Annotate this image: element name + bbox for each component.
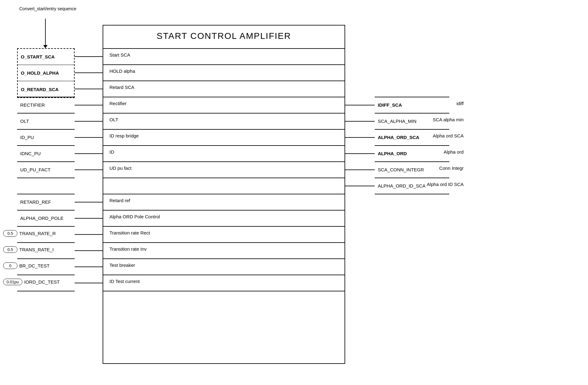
connector-9 — [75, 202, 103, 202]
inner-retard-ref: Retard ref — [109, 198, 130, 203]
connector-6 — [75, 153, 103, 154]
inner-sep-1 — [103, 64, 345, 65]
inner-sep-2 — [103, 81, 345, 81]
inner-sep-14 — [103, 275, 345, 275]
label-sca-conn-integr: SCA_CONN_INTEGR — [375, 161, 462, 178]
arrow-head — [43, 45, 48, 48]
label-trans-rate-i: TRANS_RATE_I — [19, 247, 54, 252]
output-sca-conn-integr-text: SCA_CONN_INTEGR — [378, 167, 424, 172]
inner-hold-alpha: HOLD alpha — [109, 68, 135, 74]
connector-11 — [75, 234, 103, 235]
row-trans-rate-r: 0.5 TRANS_RATE_R — [3, 230, 56, 237]
oval-trans-rate-i: 0.5 — [3, 246, 17, 253]
connector-4 — [75, 121, 103, 122]
connector-1 — [75, 72, 103, 73]
inner-start-sca: Start SCA — [109, 52, 130, 58]
output-alpha-ord-id-sca-text: ALPHA_ORD_ID_SCA — [378, 183, 425, 188]
rconnector-0 — [345, 105, 375, 105]
inner-sep-11 — [103, 226, 345, 227]
output-sca-alpha-min-text: SCA_ALPHA_MIN — [378, 118, 416, 124]
connector-7 — [75, 169, 103, 170]
connector-5 — [75, 137, 103, 138]
label-alpha-ord-pole: ALPHA_ORD_POLE — [17, 210, 75, 226]
connector-2 — [75, 89, 103, 89]
inner-br-dc-test: Test breaker — [109, 262, 135, 268]
inner-sep-0-top — [103, 48, 345, 49]
rconnector-1 — [345, 121, 375, 122]
label-o-hold-alpha: O_HOLD_ALPHA — [18, 65, 74, 81]
arrow-shaft — [45, 19, 46, 46]
label-idnc-pu: IDNC_PU — [17, 145, 75, 161]
sep-transrater-top — [17, 226, 75, 227]
label-rectifier: RECTIFIER — [17, 97, 75, 113]
label-alpha-ord: ALPHA_ORD — [375, 145, 462, 161]
inner-retard-sca: Retard SCA — [109, 85, 134, 90]
connector-3 — [75, 105, 103, 105]
sep-transratei-top — [17, 242, 75, 243]
inner-rectifier: Rectifier — [109, 101, 127, 106]
inner-sep-13 — [103, 258, 345, 259]
rconnector-3 — [345, 153, 375, 154]
rsep-5-bottom — [375, 194, 449, 194]
output-alpha-ord-text: ALPHA_ORD — [378, 151, 407, 156]
oval-br-dc-test: 0 — [3, 262, 17, 269]
inner-id-resp-bridge: ID resp bridge — [109, 133, 139, 138]
connector-12 — [75, 250, 103, 251]
connector-13 — [75, 267, 103, 267]
sep-udpufact-bottom — [17, 178, 75, 178]
row-br-dc-test: 0 BR_DC_TEST — [3, 262, 50, 269]
rconnector-5 — [345, 186, 375, 186]
row-trans-rate-i: 0.5 TRANS_RATE_I — [3, 246, 54, 253]
dashed-group: O_START_SCA O_HOLD_ALPHA O_RETARD_SCA — [17, 48, 75, 98]
inner-trans-rate-r: Transition rate Rect — [109, 230, 150, 235]
rconnector-4 — [345, 169, 375, 170]
sep-iorddctest-top — [17, 275, 75, 275]
output-alpha-ord-sca-text: ALPHA_ORD_SCA — [378, 135, 419, 140]
inner-sep-gap — [103, 178, 345, 178]
diagram-container: Convert_start/entry sequence START CONTR… — [0, 0, 588, 385]
rconnector-2 — [345, 137, 375, 138]
inner-sep-5 — [103, 129, 345, 130]
inner-sep-6 — [103, 145, 345, 146]
label-ud-pu-fact: UD_PU_FACT — [17, 161, 75, 178]
inner-sep-3 — [103, 97, 345, 97]
label-olt: OLT — [17, 113, 75, 129]
inner-id: ID — [109, 149, 114, 155]
inner-sep-4 — [103, 113, 345, 114]
label-trans-rate-r: TRANS_RATE_R — [19, 231, 56, 236]
main-block: START CONTROL AMPLIFIER — [103, 25, 345, 364]
label-id-pu: ID_PU — [17, 129, 75, 145]
label-o-retard-sca: O_RETARD_SCA — [18, 81, 74, 97]
sep-iorddctest-bottom — [17, 291, 75, 291]
label-alpha-ord-sca: ALPHA_ORD_SCA — [375, 129, 462, 145]
oval-trans-rate-r: 0.5 — [3, 230, 17, 237]
label-iord-dc-test: IORD_DC_TEST — [24, 279, 60, 285]
inner-sep-15 — [103, 291, 345, 291]
label-idiff-sca: IDIFF_SCA — [375, 97, 462, 113]
oval-iord-dc-test: 0.01pu — [3, 279, 22, 285]
label-alpha-ord-id-sca: ALPHA_ORD_ID_SCA — [375, 178, 462, 194]
inner-sep-9 — [103, 194, 345, 194]
inner-sep-7 — [103, 161, 345, 162]
label-sca-alpha-min: SCA_ALPHA_MIN — [375, 113, 462, 129]
label-o-start-sca: O_START_SCA — [18, 49, 74, 65]
inner-sep-12 — [103, 242, 345, 243]
annotation-text: Convert_start/entry sequence — [19, 6, 76, 11]
row-iord-dc-test: 0.01pu IORD_DC_TEST — [3, 279, 60, 285]
inner-iord-dc-test: ID Test current — [109, 279, 140, 284]
label-br-dc-test: BR_DC_TEST — [19, 263, 50, 268]
inner-olt: OLT — [109, 117, 118, 122]
connector-14 — [75, 283, 103, 283]
label-retard-ref: RETARD_REF — [17, 194, 75, 210]
inner-trans-rate-i: Transition rate Inv — [109, 246, 147, 252]
output-idiff-sca-text: IDIFF_SCA — [378, 102, 402, 108]
connector-0 — [75, 56, 103, 57]
connector-10 — [75, 218, 103, 219]
sep-brdctest-top — [17, 258, 75, 259]
inner-sep-10 — [103, 210, 345, 211]
inner-alpha-ord-pole: Alpha ORD Pole Control — [109, 214, 160, 219]
inner-ud-pu-fact: UD pu fact — [109, 165, 132, 171]
block-title: START CONTROL AMPLIFIER — [103, 26, 345, 44]
